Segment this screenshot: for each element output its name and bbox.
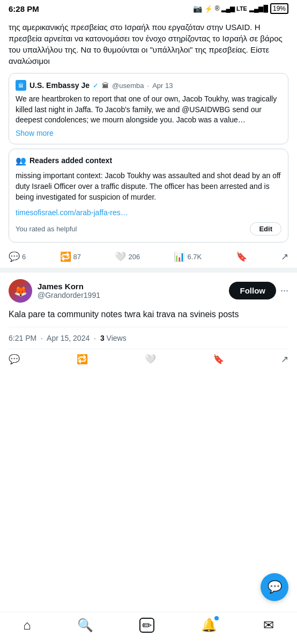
nav-search[interactable]: 🔍 <box>77 618 93 633</box>
show-more-link[interactable]: Show more <box>16 129 281 137</box>
battery-icon: 19% <box>270 3 288 14</box>
tweet-views-count: 3 <box>100 334 105 342</box>
retweet-count: 87 <box>73 253 81 261</box>
views-action[interactable]: 📊 6.7K <box>174 251 202 262</box>
mail-nav-icon: ✉ <box>263 618 274 633</box>
second-bookmark-action[interactable]: 🔖 <box>213 354 224 365</box>
second-retweet-action[interactable]: 🔁 <box>77 354 88 365</box>
share-action[interactable]: ↗ <box>281 251 288 262</box>
author-handle: @Grandorder1991 <box>38 291 100 299</box>
comment-count: 6 <box>22 253 26 261</box>
edit-button[interactable]: Edit <box>250 222 281 236</box>
tweet-top-greek-text: της αμερικανικής πρεσβείας στο Ισραήλ πο… <box>0 16 297 71</box>
second-share-action[interactable]: ↗ <box>281 354 288 365</box>
home-icon: ⌂ <box>23 618 31 633</box>
rated-helpful-text: You rated as helpful <box>16 225 77 233</box>
tweet-actions-row: 💬 6 🔁 87 🤍 206 📊 6.7K 🔖 ↗ <box>0 247 297 268</box>
nav-messages[interactable]: ✉ <box>263 618 274 633</box>
status-icons: 📷 ⚡ ® ▂▄▆ LTE ▂▄▆█ 19% <box>193 3 288 14</box>
follow-button[interactable]: Follow <box>229 282 276 299</box>
quoted-tweet-name: U.S. Embassy Je <box>29 81 90 90</box>
quoted-tweet-header: 🏛 U.S. Embassy Je ✓ 🏛 @usemba · Apr 13 <box>16 80 281 91</box>
signal-icon: ▂▄▆ <box>221 5 234 12</box>
nav-compose[interactable]: ✏ <box>139 618 154 633</box>
quoted-tweet-avatar: 🏛 <box>16 80 26 91</box>
second-comment-action[interactable]: 💬 <box>9 354 20 365</box>
floating-btn-icon: 💬 <box>268 580 282 594</box>
second-tweet-text: Kala pare ta community notes twra kai tr… <box>9 308 288 320</box>
nav-home[interactable]: ⌂ <box>23 618 31 633</box>
community-notes-header: 👥 Readers added context <box>16 156 281 166</box>
second-tweet-author-row: 🦊 James Korn @Grandorder1991 Follow ··· <box>9 279 288 303</box>
notif-nav-icon: 🔔 <box>201 618 217 633</box>
second-tweet-author-right: Follow ··· <box>229 282 288 299</box>
tweet-time: 6:21 PM <box>9 334 36 342</box>
second-retweet-icon: 🔁 <box>77 354 88 365</box>
second-tweet-author-left: 🦊 James Korn @Grandorder1991 <box>9 279 100 303</box>
status-time: 6:28 PM <box>9 4 39 13</box>
second-comment-icon: 💬 <box>9 354 20 365</box>
share-icon: ↗ <box>281 251 288 262</box>
like-count: 206 <box>128 253 140 261</box>
bookmark-action[interactable]: 🔖 <box>236 251 247 262</box>
signal-bars: ▂▄▆█ <box>249 5 268 12</box>
author-info: James Korn @Grandorder1991 <box>38 282 100 299</box>
instagram-icon: 📷 <box>193 4 202 13</box>
registered-icon: ® <box>215 5 220 12</box>
meta-dot-2: · <box>94 334 96 342</box>
community-notes-footer: You rated as helpful Edit <box>16 222 281 236</box>
avatar[interactable]: 🦊 <box>9 279 32 303</box>
quoted-tweet-handle: @usemba <box>112 82 144 90</box>
second-heart-icon: 🤍 <box>145 354 156 365</box>
comment-action[interactable]: 💬 6 <box>9 251 26 262</box>
compose-icon: ✏ <box>139 618 154 633</box>
second-tweet: 🦊 James Korn @Grandorder1991 Follow ··· … <box>0 273 297 371</box>
bookmark-icon: 🔖 <box>236 251 247 262</box>
meta-dot-1: · <box>41 334 43 342</box>
author-name: James Korn <box>38 282 100 291</box>
comment-icon: 💬 <box>9 251 20 262</box>
community-notes: 👥 Readers added context missing importan… <box>9 149 288 243</box>
nav-notifications[interactable]: 🔔 <box>201 618 217 633</box>
quoted-tweet-date-val: Apr 13 <box>152 82 173 90</box>
notif-badge <box>214 616 219 620</box>
community-notes-icon: 👥 <box>16 156 26 166</box>
section-divider <box>0 268 297 273</box>
retweet-action[interactable]: 🔁 87 <box>60 251 81 262</box>
verified-badge: ✓ <box>93 82 99 90</box>
floating-action-button[interactable]: 💬 <box>261 573 288 601</box>
views-count: 6.7K <box>187 253 202 261</box>
second-share-icon: ↗ <box>281 354 288 365</box>
uscis-badge: 🏛 <box>102 82 109 90</box>
quoted-tweet[interactable]: 🏛 U.S. Embassy Je ✓ 🏛 @usemba · Apr 13 W… <box>9 73 288 144</box>
second-bookmark-icon: 🔖 <box>213 354 224 365</box>
second-tweet-actions: 💬 🔁 🤍 🔖 ↗ <box>9 349 288 371</box>
lte-label: LTE <box>236 5 247 12</box>
tweet-views-label: Views <box>107 334 127 342</box>
community-notes-text: missing important context: Jacob Toukhy … <box>16 170 281 203</box>
status-bar: 6:28 PM 📷 ⚡ ® ▂▄▆ LTE ▂▄▆█ 19% <box>0 0 297 16</box>
quoted-tweet-date: · <box>147 82 150 90</box>
tweet-date: Apr 15, 2024 <box>47 334 90 342</box>
avatar-emoji: 🦊 <box>14 284 27 297</box>
heart-icon: 🤍 <box>115 251 126 262</box>
retweet-icon: 🔁 <box>60 251 71 262</box>
bottom-nav: ⌂ 🔍 ✏ 🔔 ✉ <box>0 612 297 644</box>
views-icon: 📊 <box>174 251 185 262</box>
community-notes-title: Readers added context <box>29 156 112 165</box>
quoted-tweet-text: We are heartbroken to report that one of… <box>16 94 281 126</box>
search-nav-icon: 🔍 <box>77 618 93 633</box>
bluetooth-icon: ⚡ <box>204 5 213 13</box>
tweet-meta: 6:21 PM · Apr 15, 2024 · 3 Views <box>9 327 288 342</box>
more-options-icon[interactable]: ··· <box>280 285 288 296</box>
tweet-container: της αμερικανικής πρεσβείας στο Ισραήλ πο… <box>0 16 297 268</box>
like-action[interactable]: 🤍 206 <box>115 251 140 262</box>
community-notes-link[interactable]: timesofisrael.com/arab-jaffa-res… <box>16 208 281 217</box>
second-like-action[interactable]: 🤍 <box>145 354 156 365</box>
